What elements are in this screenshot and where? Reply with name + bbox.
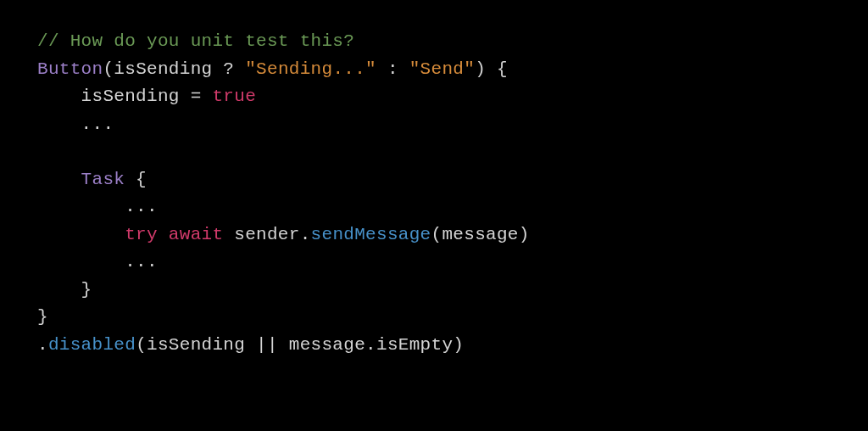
ellipsis: ...	[125, 197, 158, 216]
method-sendMessage: sendMessage	[311, 225, 431, 244]
indent	[37, 197, 125, 216]
ternary-qmark: ?	[212, 59, 245, 79]
ternary-colon: :	[376, 59, 409, 79]
property-isEmpty: isEmpty	[376, 335, 453, 355]
indent	[37, 115, 81, 134]
string-sending: "Sending..."	[245, 59, 376, 79]
keyword-await: await	[169, 225, 224, 244]
indent	[37, 252, 125, 271]
space	[158, 225, 169, 244]
method-disabled: disabled	[48, 335, 136, 355]
brace-open: {	[125, 170, 147, 189]
identifier-isSending: isSending	[147, 335, 245, 355]
type-button: Button	[37, 59, 103, 79]
identifier-sender: sender	[234, 225, 299, 244]
dot: .	[300, 225, 311, 244]
ellipsis: ...	[125, 252, 158, 271]
dot: .	[37, 335, 48, 355]
brace-close: }	[37, 307, 48, 327]
space	[223, 225, 234, 244]
indent	[37, 170, 81, 189]
keyword-true: true	[212, 87, 256, 106]
string-send: "Send"	[409, 59, 475, 79]
comment: // How do you unit test this?	[37, 31, 354, 51]
keyword-try: try	[125, 225, 158, 244]
assignment: isSending =	[81, 87, 213, 106]
paren-open: (	[103, 59, 114, 79]
code-block: // How do you unit test this? Button(isS…	[37, 28, 831, 360]
paren-open: (	[431, 225, 442, 244]
operator-or: ||	[245, 335, 289, 355]
identifier-isSending: isSending	[114, 59, 212, 79]
paren-close: )	[519, 225, 530, 244]
brace-close: }	[81, 280, 92, 299]
identifier-message: message	[289, 335, 365, 355]
paren-open: (	[136, 335, 147, 355]
paren-close-brace: ) {	[475, 59, 508, 79]
paren-close: )	[453, 335, 464, 355]
type-task: Task	[81, 170, 125, 189]
dot: .	[365, 335, 376, 355]
indent	[37, 280, 81, 299]
identifier-message: message	[442, 225, 518, 244]
indent	[37, 225, 125, 244]
ellipsis: ...	[81, 115, 114, 134]
indent	[37, 87, 81, 106]
